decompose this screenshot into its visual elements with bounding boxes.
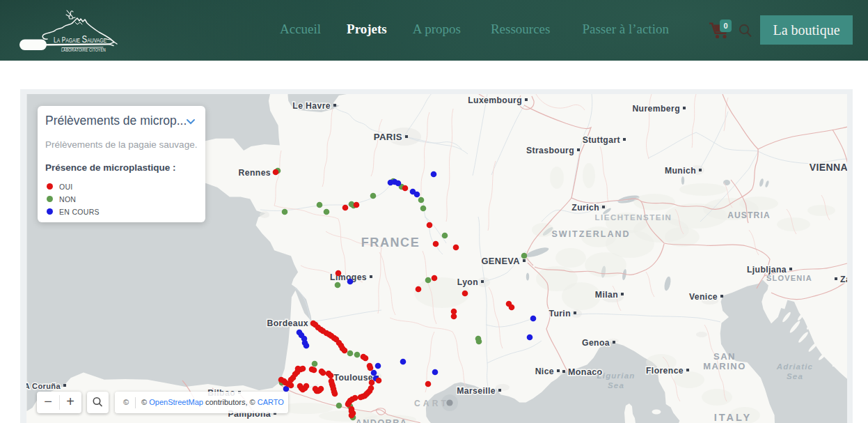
svg-text:SLOVENIA: SLOVENIA (766, 274, 812, 282)
svg-text:Ligurian: Ligurian (597, 371, 636, 380)
svg-text:Zurich: Zurich (571, 203, 599, 213)
svg-text:Munich: Munich (665, 166, 696, 176)
svg-text:A Coruña: A Coruña (26, 382, 61, 390)
svg-text:Milan: Milan (595, 290, 618, 300)
svg-text:SWITZERLAND: SWITZERLAND (552, 229, 631, 239)
svg-text:Le Havre: Le Havre (292, 101, 331, 111)
svg-text:Ljubljana: Ljubljana (747, 265, 787, 275)
svg-text:LIECHTENSTEIN: LIECHTENSTEIN (595, 213, 672, 222)
svg-text:VIENNA: VIENNA (810, 162, 847, 173)
svg-text:Sea: Sea (787, 372, 803, 380)
svg-text:Marseille: Marseille (457, 386, 496, 396)
svg-text:LABORATOIRE CITOYEN: LABORATOIRE CITOYEN (61, 47, 106, 52)
svg-text:Genoa: Genoa (582, 338, 610, 348)
svg-text:MARINO: MARINO (703, 361, 746, 371)
svg-text:Nuremberg: Nuremberg (632, 104, 680, 114)
svg-text:Luxembourg: Luxembourg (468, 95, 522, 105)
svg-text:Rennes: Rennes (239, 168, 271, 178)
svg-text:GENEVA: GENEVA (482, 256, 521, 266)
svg-text:Bordeaux: Bordeaux (267, 318, 308, 328)
svg-text:Sea: Sea (608, 381, 624, 390)
svg-text:LA PAGAIE SAUVAGE: LA PAGAIE SAUVAGE (54, 33, 106, 45)
svg-text:Toulouse: Toulouse (334, 373, 373, 383)
svg-text:Nice: Nice (535, 367, 554, 376)
svg-text:Adriatic: Adriatic (776, 362, 813, 371)
svg-text:ANDORRA: ANDORRA (356, 418, 407, 423)
svg-text:PARIS: PARIS (374, 132, 402, 142)
svg-text:Strasbourg: Strasbourg (526, 146, 574, 155)
svg-text:Florence: Florence (646, 366, 684, 376)
svg-text:Venice: Venice (689, 292, 718, 302)
svg-text:CART: CART (414, 399, 449, 408)
svg-text:FRANCE: FRANCE (361, 236, 420, 249)
svg-text:Zagreb: Zagreb (840, 275, 847, 284)
svg-text:Turin: Turin (549, 309, 571, 318)
svg-text:Stuttgart: Stuttgart (583, 135, 620, 145)
svg-text:AUSTRIA: AUSTRIA (727, 210, 771, 220)
svg-text:SAN: SAN (713, 351, 736, 362)
svg-text:ITALY: ITALY (714, 412, 752, 423)
svg-text:Lyon: Lyon (457, 277, 478, 287)
